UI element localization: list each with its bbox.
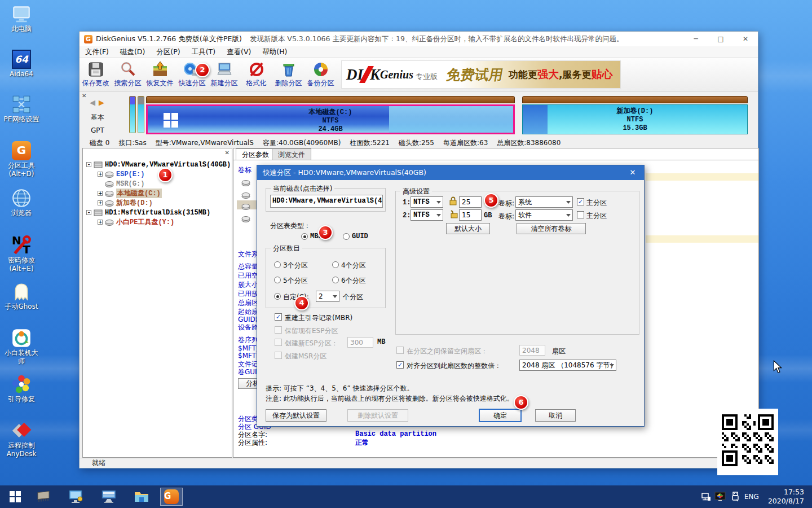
tree-row-esp[interactable]: + ESP(E:)	[98, 169, 144, 179]
menu-disk[interactable]: 磁盘(D)	[114, 47, 151, 57]
size-input-1[interactable]: 25	[459, 196, 482, 208]
desktop-icon-browser[interactable]: 浏览器	[1, 187, 42, 233]
tree-row-msr[interactable]: MSR(G:)	[98, 179, 144, 189]
tree-row-local-c[interactable]: + 本地磁盘(C:)	[98, 189, 162, 198]
checkbox-primary-2[interactable]	[577, 211, 584, 218]
partition-c[interactable]: 本地磁盘(C:) NTFS 24.4GB	[146, 104, 515, 134]
align-sectors-select[interactable]: 2048 扇区 （1048576 字节）	[519, 360, 616, 371]
toolbar-format[interactable]: 格式化	[240, 59, 272, 90]
checkbox-create-msr[interactable]	[275, 352, 282, 359]
volume-label-select-2[interactable]: 软件	[515, 209, 573, 221]
menu-file[interactable]: 文件(F)	[80, 47, 114, 57]
partition-d[interactable]: 新加卷(D:) NTFS 15.3GB	[522, 104, 748, 134]
lock-open-icon[interactable]	[449, 209, 458, 221]
tab-browse-files[interactable]: 浏览文件	[272, 148, 311, 160]
maximize-button[interactable]: □	[708, 32, 733, 46]
tray-display-icon[interactable]	[713, 488, 727, 506]
clear-labels-button[interactable]: 清空所有卷标	[517, 223, 586, 234]
taskbar-app-diskgenius[interactable]: G	[160, 488, 183, 506]
tray-usb-icon[interactable]	[729, 488, 742, 506]
panel-close-icon[interactable]: ✕	[82, 93, 86, 99]
partition-icon	[105, 181, 114, 187]
expander-icon[interactable]: +	[98, 220, 103, 225]
expander-icon[interactable]: +	[98, 200, 103, 205]
desktop-icon-password[interactable]: NT 密码修改 (Alt+E)	[1, 235, 42, 280]
desktop-icon-aida64[interactable]: 64 Aida64	[1, 49, 42, 94]
tree-close-icon[interactable]: ✕	[225, 150, 230, 156]
dialog-close-icon[interactable]: ✕	[621, 165, 644, 180]
toolbar-backup-partition[interactable]: 备份分区	[304, 59, 337, 90]
fs-select-2[interactable]: NTFS	[411, 209, 443, 221]
taskbar-app-screenshot[interactable]	[67, 488, 86, 506]
toolbar-search-partition[interactable]: 搜索分区	[112, 59, 144, 90]
close-button[interactable]: ✕	[733, 32, 758, 46]
mini-partition-msr[interactable]	[138, 96, 144, 133]
desktop-icon-xiaobai[interactable]: 小白装机大 师	[1, 327, 42, 373]
toolbar-save-changes[interactable]: 保存更改	[80, 59, 112, 90]
checkbox-rebuild-mbr[interactable]: ✓	[275, 313, 282, 321]
tree-row-new-volume-d[interactable]: + 新加卷(D:)	[98, 198, 153, 208]
folder-icon	[134, 490, 149, 503]
desktop-icon-pe-network[interactable]: PE网络设置	[1, 94, 42, 139]
gap-sectors-input[interactable]: 2048	[519, 345, 545, 356]
tray-network-icon[interactable]	[699, 488, 713, 506]
checkbox-keep-esp[interactable]	[275, 326, 282, 334]
taskbar-app-osk[interactable]	[99, 488, 118, 506]
volume-label-select-1[interactable]: 系统	[515, 196, 573, 208]
expander-icon[interactable]: -	[86, 162, 91, 167]
tree-row-hd1[interactable]: - HD1:MsftVirtualDisk(315MB)	[86, 208, 210, 217]
radio-3-partitions[interactable]	[274, 261, 281, 268]
save-default-button[interactable]: 保存为默认设置	[266, 409, 326, 422]
delete-default-button[interactable]: 删除默认设置	[347, 409, 408, 422]
checkbox-align-partitions[interactable]: ✓	[396, 361, 404, 369]
expander-icon[interactable]: -	[86, 210, 91, 215]
nav-forward-icon[interactable]: ▶	[99, 98, 104, 107]
tree-row-pe-disk-y[interactable]: + 小白PE工具盘(Y:)	[98, 217, 174, 227]
checkbox-primary-1[interactable]: ✓	[577, 198, 584, 205]
cancel-button[interactable]: 取消	[535, 409, 576, 422]
radio-5-partitions[interactable]	[274, 277, 281, 283]
minimize-button[interactable]: ─	[683, 32, 708, 46]
desktop-icon-this-pc[interactable]: 此电脑	[1, 3, 42, 49]
size-input-2[interactable]: 15	[459, 209, 482, 221]
nav-back-icon[interactable]: ◀	[90, 98, 95, 107]
radio-guid[interactable]	[343, 233, 350, 240]
radio-6-partitions[interactable]	[332, 277, 339, 283]
menu-view[interactable]: 查看(V)	[221, 47, 257, 57]
tab-partition-params[interactable]: 分区参数	[236, 148, 275, 160]
menu-partition[interactable]: 分区(P)	[151, 47, 186, 57]
start-button[interactable]	[6, 488, 25, 506]
qr-code	[722, 414, 774, 466]
radio-custom-count[interactable]	[274, 293, 281, 300]
taskbar-app-chip[interactable]	[34, 488, 53, 506]
desktop-icon-ghost[interactable]: 手动Ghost	[1, 281, 42, 326]
checkbox-new-esp[interactable]	[275, 339, 282, 346]
fs-select-1[interactable]: NTFS	[411, 196, 443, 208]
radio-mbr[interactable]	[301, 233, 308, 240]
mini-partition-esp[interactable]	[129, 96, 136, 133]
default-size-button[interactable]: 默认大小	[446, 223, 490, 234]
taskbar-app-explorer[interactable]	[132, 488, 151, 506]
desktop-icon-bootfix[interactable]: 引导修复	[1, 374, 42, 419]
expander-icon[interactable]: +	[98, 191, 103, 196]
esp-size-input[interactable]: 300	[347, 337, 373, 348]
tree-row-hd0[interactable]: - HD0:VMware,VMwareVirtualS(40GB)	[86, 160, 231, 169]
toolbar-new-partition[interactable]: 新建分区	[208, 59, 240, 90]
partition-style-basic: 基本	[91, 113, 104, 122]
diskgenius-ad-banner[interactable]: DI K Genius 专业版 免费试用 功能更强大,服务更贴心	[341, 60, 621, 89]
desktop-icon-anydesk[interactable]: 远程控制 AnyDesk	[1, 420, 42, 465]
toolbar-recover-files[interactable]: 恢复文件	[144, 59, 176, 90]
tray-language[interactable]: ENG	[744, 493, 759, 501]
checkbox-reserve-gap[interactable]	[396, 347, 404, 354]
menu-tools[interactable]: 工具(T)	[186, 47, 221, 57]
tray-clock[interactable]: 17:53 2020/8/17	[768, 488, 804, 506]
custom-count-select[interactable]: 2	[316, 291, 339, 302]
radio-4-partitions[interactable]	[332, 261, 339, 268]
menu-help[interactable]: 帮助(H)	[257, 47, 293, 57]
lock-closed-icon[interactable]	[449, 196, 457, 208]
expander-icon[interactable]: +	[98, 172, 103, 177]
current-disk-box[interactable]: HD0:VMware,VMwareVirtualS(40GB)	[270, 195, 383, 208]
toolbar-delete-partition[interactable]: 删除分区	[272, 59, 304, 90]
ok-button[interactable]: 确定	[479, 409, 522, 422]
desktop-icon-partition-tool[interactable]: G 分区工具 (Alt+D)	[1, 140, 42, 185]
